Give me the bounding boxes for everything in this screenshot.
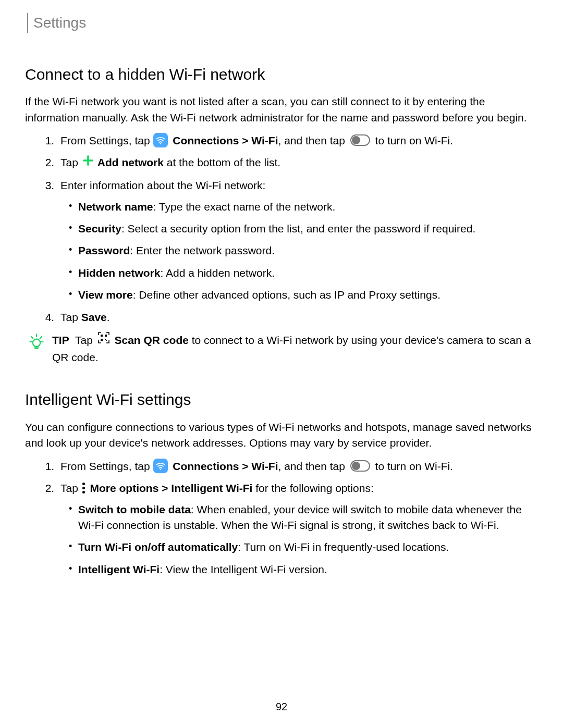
section-heading: Connect to a hidden Wi-Fi network (25, 63, 534, 86)
sub-list: Switch to mobile data: When enabled, you… (60, 502, 534, 578)
term: Hidden network (78, 267, 161, 279)
desc: : Turn on Wi-Fi in frequently-used locat… (238, 541, 449, 553)
step-item: Tap More options > Intelligent Wi-Fi for… (57, 480, 534, 577)
step-text: . (107, 311, 110, 323)
step-bold: Save (81, 311, 107, 323)
term: Security (78, 223, 121, 235)
desc: : Add a hidden network. (161, 267, 275, 279)
term: Intelligent Wi-Fi (78, 563, 160, 575)
svg-rect-2 (101, 335, 103, 337)
plus-icon (82, 155, 94, 170)
header-title: Settings (33, 13, 86, 34)
step-text: to turn on Wi-Fi. (372, 134, 453, 146)
svg-point-0 (160, 143, 161, 144)
desc: : Type the exact name of the network. (153, 201, 336, 213)
section-intro: If the Wi-Fi network you want is not lis… (25, 94, 534, 126)
steps-list: From Settings, tap Connections > Wi-Fi, … (25, 133, 534, 325)
list-item: Intelligent Wi-Fi: View the Intelligent … (77, 562, 534, 577)
desc: : View the Intelligent Wi-Fi version. (160, 563, 327, 575)
term: Switch to mobile data (78, 503, 191, 515)
step-bold: Add network (95, 156, 164, 168)
desc: : Enter the network password. (130, 244, 275, 256)
connections-icon (153, 133, 168, 147)
step-item: Tap Add network at the bottom of the lis… (57, 155, 534, 171)
tip-text: TIP Tap Scan QR code to connect to a Wi-… (52, 332, 534, 365)
svg-point-1 (33, 339, 40, 347)
qr-icon (97, 331, 110, 348)
tip-part: Tap (75, 334, 96, 346)
step-text: to turn on Wi-Fi. (372, 460, 453, 472)
term: Password (78, 244, 130, 256)
step-item: Tap Save. (57, 310, 534, 325)
step-item: From Settings, tap Connections > Wi-Fi, … (57, 133, 534, 149)
toggle-icon (350, 134, 370, 146)
step-text: Tap (60, 482, 81, 494)
page-header: Settings (27, 13, 534, 34)
list-item: Security: Select a security option from … (77, 221, 534, 237)
svg-rect-5 (105, 339, 106, 340)
header-rule (27, 13, 28, 33)
toggle-icon (350, 460, 370, 472)
step-text: at the bottom of the list. (164, 156, 280, 168)
step-text: for the following options: (252, 482, 373, 494)
tip-bold: Scan QR code (112, 334, 189, 346)
term: View more (78, 289, 133, 301)
step-text: Tap (60, 156, 81, 168)
connections-icon (153, 459, 168, 473)
section-intro: You can configure connections to various… (25, 419, 534, 451)
step-bold: Connections > Wi-Fi (169, 460, 278, 472)
section-hidden-wifi: Connect to a hidden Wi-Fi network If the… (25, 63, 534, 366)
list-item: Network name: Type the exact name of the… (77, 199, 534, 215)
more-options-icon (82, 483, 85, 493)
term: Turn Wi-Fi on/off automatically (78, 541, 238, 553)
desc: : Define other advanced options, such as… (133, 289, 440, 301)
step-text: From Settings, tap (60, 460, 153, 472)
svg-rect-6 (106, 340, 107, 341)
step-item: From Settings, tap Connections > Wi-Fi, … (57, 459, 534, 474)
tip-block: TIP Tap Scan QR code to connect to a Wi-… (27, 332, 534, 365)
list-item: Turn Wi-Fi on/off automatically: Turn on… (77, 539, 534, 555)
page-number: 92 (0, 699, 563, 714)
list-item: Switch to mobile data: When enabled, you… (77, 502, 534, 534)
step-text: , and then tap (278, 460, 348, 472)
step-text: From Settings, tap (60, 134, 153, 146)
svg-rect-4 (101, 339, 103, 341)
svg-rect-3 (105, 335, 107, 337)
lightbulb-icon (27, 332, 46, 365)
step-text: Enter information about the Wi-Fi networ… (60, 179, 265, 191)
step-text: Tap (60, 311, 81, 323)
term: Network name (78, 201, 153, 213)
section-intelligent-wifi: Intelligent Wi-Fi settings You can confi… (25, 388, 534, 577)
sub-list: Network name: Type the exact name of the… (60, 199, 534, 303)
steps-list: From Settings, tap Connections > Wi-Fi, … (25, 459, 534, 578)
step-item: Enter information about the Wi-Fi networ… (57, 178, 534, 303)
section-heading: Intelligent Wi-Fi settings (25, 388, 534, 411)
desc: : Select a security option from the list… (121, 223, 475, 235)
step-bold: More options > Intelligent Wi-Fi (87, 482, 253, 494)
svg-point-7 (160, 469, 161, 470)
step-bold: Connections > Wi-Fi (169, 134, 278, 146)
tip-label: TIP (52, 334, 69, 346)
list-item: Hidden network: Add a hidden network. (77, 265, 534, 281)
list-item: Password: Enter the network password. (77, 243, 534, 258)
step-text: , and then tap (278, 134, 348, 146)
list-item: View more: Define other advanced options… (77, 287, 534, 303)
